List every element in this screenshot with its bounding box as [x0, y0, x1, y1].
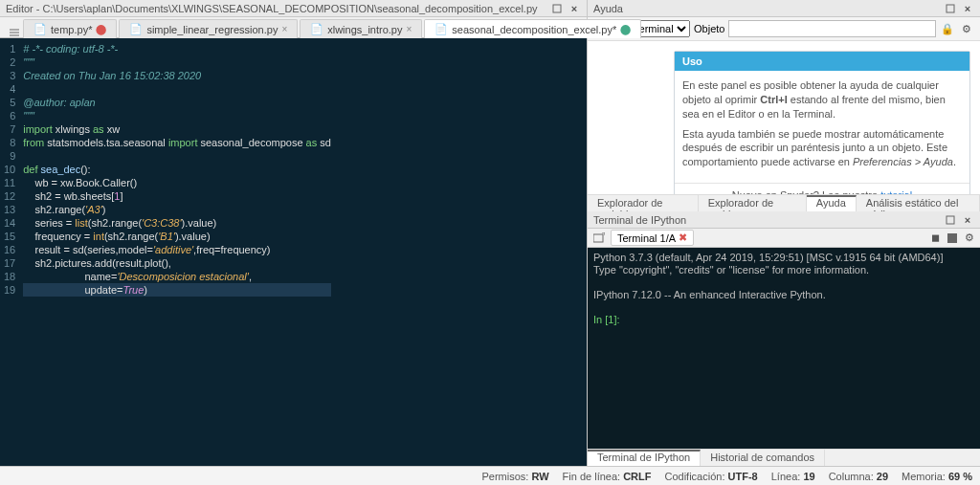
status-line: Línea: 19 — [771, 471, 815, 482]
close-pane-icon[interactable]: × — [961, 2, 974, 15]
terminal-output[interactable]: Python 3.7.3 (default, Apr 24 2019, 15:2… — [588, 248, 980, 449]
usage-paragraph: En este panel es posible obtener la ayud… — [682, 78, 962, 121]
editor-tab[interactable]: 📄xlwings_intro.py× — [300, 19, 422, 38]
terminal-wrap: Terminal 1/A✖ ◼ ⚙ Python 3.7.3 (default,… — [588, 229, 980, 466]
help-body: Uso En este panel es posible obtener la … — [588, 41, 980, 194]
undock-icon[interactable] — [944, 2, 957, 15]
sub-tab[interactable]: Ayuda — [807, 195, 857, 211]
terminal-tab-label: Terminal 1/A — [617, 232, 676, 244]
terminal-tab[interactable]: Terminal 1/A✖ — [611, 230, 694, 246]
code-editor[interactable]: 12345678910111213141516171819 # -*- codi… — [0, 38, 587, 466]
close-pane-icon[interactable]: × — [568, 2, 581, 15]
undock-icon[interactable] — [944, 213, 957, 227]
usage-footer: Nuevo en Spyder? Lee nuestro tutorial — [675, 183, 969, 194]
app-root: Editor - C:\Users\aplan\Documents\XLWING… — [0, 0, 980, 485]
gear-icon[interactable]: ⚙ — [963, 231, 976, 245]
object-input[interactable] — [728, 20, 936, 37]
usage-card: Uso En este panel es posible obtener la … — [674, 51, 970, 194]
editor-tab-label: seasonal_decomposition_excel.py* — [452, 24, 616, 35]
lock-icon[interactable]: 🔒 — [940, 21, 955, 36]
terminal-prompt: In [1]: — [593, 314, 623, 325]
close-tab-icon[interactable]: × — [407, 24, 412, 34]
terminal-tabbar: Terminal 1/A✖ ◼ ⚙ — [588, 229, 980, 248]
usage-paragraph: Esta ayuda también se puede mostrar auto… — [682, 127, 962, 170]
editor-tab-label: temp.py* — [51, 24, 92, 35]
help-sub-tabs: Explorador de variables Explorador de ar… — [588, 194, 980, 211]
code-area[interactable]: # -*- coding: utf-8 -*-"""Created on Thu… — [21, 38, 331, 466]
help-toolbar: Origen Terminal Objeto 🔒 ⚙ — [588, 17, 980, 41]
close-pane-icon[interactable]: × — [961, 213, 974, 227]
ipython-pane-title: Terminal de IPython × — [588, 211, 980, 229]
status-column: Columna: 29 — [829, 471, 888, 482]
status-bar: Permisos: RW Fin de línea: CRLF Codifica… — [0, 466, 980, 485]
svg-rect-0 — [553, 5, 561, 12]
line-gutter: 12345678910111213141516171819 — [0, 38, 21, 466]
svg-rect-4 — [947, 233, 957, 243]
svg-rect-1 — [947, 5, 954, 12]
main-split: Editor - C:\Users\aplan\Documents\XLWING… — [0, 0, 980, 466]
tab-list-icon[interactable] — [6, 28, 23, 37]
gear-icon[interactable]: ⚙ — [959, 21, 974, 36]
usage-header: Uso — [675, 52, 969, 71]
svg-rect-3 — [593, 234, 603, 242]
close-tab-icon[interactable]: ⬤ — [96, 24, 106, 34]
object-label: Objeto — [694, 23, 724, 34]
editor-tab[interactable]: 📄simple_linear_regression.py× — [119, 19, 298, 38]
interrupt-icon[interactable]: ◼ — [928, 231, 942, 245]
undock-icon[interactable] — [550, 2, 564, 15]
editor-tabs: 📄temp.py*⬤ 📄simple_linear_regression.py×… — [0, 17, 587, 38]
right-column: Ayuda × Origen Terminal Objeto 🔒 ⚙ Uso — [588, 0, 980, 466]
ipython-bottom-tabs: Terminal de IPython Historial de comando… — [588, 449, 980, 466]
status-memory: Memoria: 69 % — [902, 471, 972, 482]
sub-tab[interactable]: Terminal de IPython — [588, 450, 701, 466]
editor-pane: Editor - C:\Users\aplan\Documents\XLWING… — [0, 0, 588, 466]
status-eol: Fin de línea: CRLF — [563, 471, 652, 482]
sub-tab[interactable]: Explorador de archivos — [699, 195, 807, 211]
editor-tab-label: simple_linear_regression.py — [146, 24, 278, 35]
sub-tab[interactable]: Análisis estático del código — [857, 195, 980, 211]
status-permissions: Permisos: RW — [481, 471, 548, 482]
svg-rect-2 — [947, 216, 954, 224]
editor-tab[interactable]: 📄seasonal_decomposition_excel.py*⬤ — [424, 19, 641, 38]
terminal-text: Python 3.7.3 (default, Apr 24 2019, 15:2… — [593, 252, 943, 300]
new-terminal-icon[interactable] — [591, 231, 607, 246]
status-encoding: Codificación: UTF-8 — [665, 471, 758, 482]
editor-title-text: Editor - C:\Users\aplan\Documents\XLWING… — [6, 3, 538, 14]
close-terminal-icon[interactable]: ✖ — [679, 231, 687, 244]
ipython-title-text: Terminal de IPython — [593, 214, 686, 226]
help-pane-title: Ayuda × — [588, 0, 980, 17]
editor-tab-label: xlwings_intro.py — [327, 24, 402, 35]
stop-icon[interactable] — [946, 231, 959, 245]
close-tab-icon[interactable]: × — [281, 24, 287, 34]
editor-pane-title: Editor - C:\Users\aplan\Documents\XLWING… — [0, 0, 587, 17]
sub-tab[interactable]: Explorador de variables — [588, 195, 699, 211]
close-tab-icon[interactable]: ⬤ — [620, 24, 631, 34]
editor-tab[interactable]: 📄temp.py*⬤ — [23, 19, 117, 38]
sub-tab[interactable]: Historial de comandos — [701, 450, 825, 466]
help-title-text: Ayuda — [593, 3, 623, 14]
